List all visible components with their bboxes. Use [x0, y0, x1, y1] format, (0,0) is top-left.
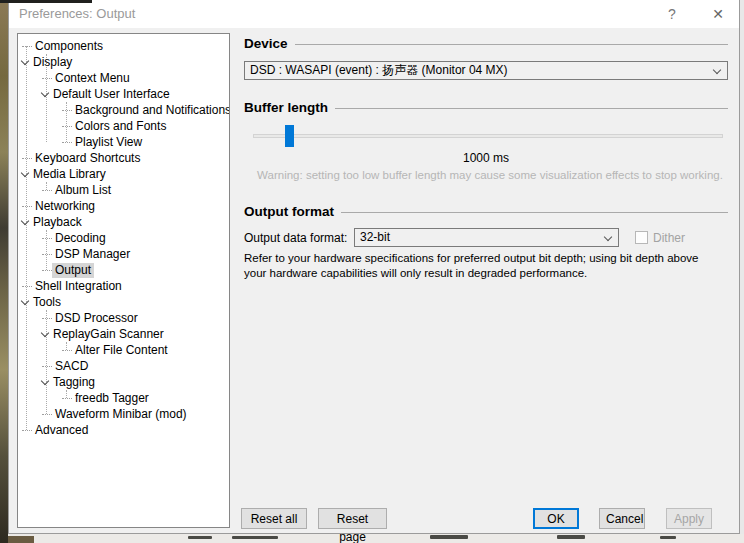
tree-item-label[interactable]: Album List: [52, 183, 114, 198]
tree-item-label[interactable]: DSD Processor: [52, 311, 141, 326]
tree-item-label[interactable]: Tools: [30, 295, 64, 310]
tree-item-networking[interactable]: Networking: [18, 198, 229, 214]
tree-item-display[interactable]: Display: [18, 54, 229, 70]
tree-item-shell-integration[interactable]: Shell Integration: [18, 278, 229, 294]
device-select-value: DSD : WASAPI (event) : 扬声器 (Monitor 04 M…: [250, 63, 508, 77]
chevron-down-icon[interactable]: [20, 297, 30, 307]
tree-item-tagging[interactable]: Tagging: [18, 374, 229, 390]
tree-item-alter-file-content[interactable]: Alter File Content: [18, 342, 229, 358]
tree-item-label[interactable]: Keyboard Shortcuts: [32, 151, 143, 166]
chevron-down-icon[interactable]: [20, 57, 30, 67]
tree-item-dsd-processor[interactable]: DSD Processor: [18, 310, 229, 326]
tree-item-label[interactable]: Tagging: [50, 375, 98, 390]
help-icon[interactable]: ?: [661, 4, 683, 24]
output-data-format-select[interactable]: 32-bit: [354, 228, 619, 247]
tree-item-context-menu[interactable]: Context Menu: [18, 70, 229, 86]
title-bar[interactable]: Preferences: Output ? ✕: [9, 0, 739, 28]
tree-item-replaygain-scanner[interactable]: ReplayGain Scanner: [18, 326, 229, 342]
tree-connector: [42, 238, 52, 239]
buffer-warning-text: Warning: setting too low buffer length m…: [244, 169, 736, 181]
background-window-edge: [0, 0, 92, 3]
dither-label: Dither: [653, 231, 685, 245]
tree-item-label[interactable]: Default User Interface: [50, 87, 173, 102]
buffer-length-slider[interactable]: [252, 125, 724, 148]
chevron-down-icon[interactable]: [20, 169, 30, 179]
tree-connector: [62, 398, 72, 399]
device-heading-label: Device: [244, 36, 288, 51]
close-icon[interactable]: ✕: [707, 4, 729, 24]
tree-item-label[interactable]: SACD: [52, 359, 91, 374]
tree-connector: [42, 318, 52, 319]
tree-item-label[interactable]: Advanced: [32, 423, 91, 438]
tree-item-label[interactable]: Decoding: [52, 231, 109, 246]
chevron-down-icon: [714, 67, 721, 74]
device-select[interactable]: DSD : WASAPI (event) : 扬声器 (Monitor 04 M…: [244, 61, 728, 80]
tree-item-label[interactable]: Context Menu: [52, 71, 133, 86]
tree-item-label[interactable]: freedb Tagger: [72, 391, 152, 406]
tree-item-label[interactable]: ReplayGain Scanner: [50, 327, 167, 342]
tree-connector: [42, 190, 52, 191]
buffer-value-label: 1000 ms: [244, 151, 728, 165]
tree-item-waveform-minibar-mod[interactable]: Waveform Minibar (mod): [18, 406, 229, 422]
tree-item-tools[interactable]: Tools: [18, 294, 229, 310]
tree-item-label[interactable]: Waveform Minibar (mod): [52, 407, 190, 422]
tree-item-label[interactable]: Display: [30, 55, 75, 70]
tree-connector: [62, 350, 72, 351]
tree-item-background-and-notifications[interactable]: Background and Notifications: [18, 102, 229, 118]
chevron-down-icon: [605, 234, 612, 241]
tree-item-label[interactable]: Playback: [30, 215, 85, 230]
cancel-button[interactable]: Cancel: [599, 508, 645, 529]
tree-connector: [62, 110, 72, 111]
chevron-down-icon[interactable]: [20, 217, 30, 227]
tree-item-sacd[interactable]: SACD: [18, 358, 229, 374]
tree-item-components[interactable]: Components: [18, 38, 229, 54]
tree-item-label[interactable]: Components: [32, 39, 106, 54]
chevron-down-icon[interactable]: [40, 377, 50, 387]
tree-item-playlist-view[interactable]: Playlist View: [18, 134, 229, 150]
tree-item-decoding[interactable]: Decoding: [18, 230, 229, 246]
tree-item-label[interactable]: Alter File Content: [72, 343, 171, 358]
chevron-down-icon[interactable]: [40, 329, 50, 339]
tree-connector: [22, 158, 32, 159]
tree-item-dsp-manager[interactable]: DSP Manager: [18, 246, 229, 262]
output-format-heading-label: Output format: [244, 204, 334, 219]
tree-item-media-library[interactable]: Media Library: [18, 166, 229, 182]
tree-item-keyboard-shortcuts[interactable]: Keyboard Shortcuts: [18, 150, 229, 166]
tree-connector: [42, 270, 52, 271]
tree-item-freedb-tagger[interactable]: freedb Tagger: [18, 390, 229, 406]
buffer-slider-thumb[interactable]: [285, 125, 294, 147]
tree-item-label[interactable]: Playlist View: [72, 135, 145, 150]
tree-item-label[interactable]: Background and Notifications: [72, 103, 230, 118]
tree-item-default-user-interface[interactable]: Default User Interface: [18, 86, 229, 102]
tree-item-label[interactable]: Media Library: [30, 167, 109, 182]
tree-item-label[interactable]: Output: [52, 263, 94, 278]
output-format-section-heading: Output format: [244, 204, 728, 219]
tree-item-album-list[interactable]: Album List: [18, 182, 229, 198]
tree-connector: [42, 254, 52, 255]
tree-item-label[interactable]: DSP Manager: [52, 247, 133, 262]
tree-item-colors-and-fonts[interactable]: Colors and Fonts: [18, 118, 229, 134]
tree-item-label[interactable]: Networking: [32, 199, 98, 214]
tree-connector: [62, 126, 72, 127]
tree-item-advanced[interactable]: Advanced: [18, 422, 229, 438]
tree-item-label[interactable]: Colors and Fonts: [72, 119, 169, 134]
preferences-tree[interactable]: ComponentsDisplayContext MenuDefault Use…: [17, 33, 230, 528]
tree-item-label[interactable]: Shell Integration: [32, 279, 125, 294]
chevron-down-icon[interactable]: [40, 89, 50, 99]
reset-page-button[interactable]: Reset page: [318, 508, 387, 529]
apply-button[interactable]: Apply: [666, 508, 712, 529]
preferences-dialog: Preferences: Output ? ✕ ComponentsDispla…: [8, 0, 740, 534]
dither-checkbox[interactable]: [635, 231, 648, 244]
tree-connector: [22, 430, 32, 431]
tree-item-output[interactable]: Output: [18, 262, 229, 278]
ok-button[interactable]: OK: [533, 508, 579, 529]
reset-all-button[interactable]: Reset all: [241, 508, 307, 529]
section-rule: [335, 108, 728, 109]
tree-item-playback[interactable]: Playback: [18, 214, 229, 230]
tree-connector: [62, 142, 72, 143]
slider-track[interactable]: [253, 134, 723, 138]
output-format-note: Refer to your hardware specifications fo…: [244, 251, 724, 280]
buffer-heading-label: Buffer length: [244, 100, 328, 115]
background-window-strip: [8, 534, 744, 543]
window-title: Preferences: Output: [19, 6, 135, 21]
